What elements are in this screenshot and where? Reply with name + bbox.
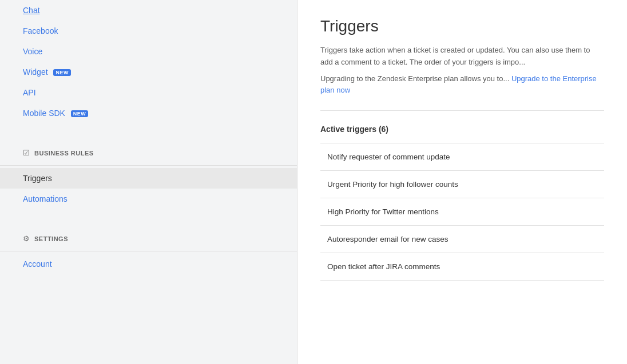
sidebar-item-voice[interactable]: Voice <box>0 41 297 62</box>
sidebar-item-automations[interactable]: Automations <box>0 189 297 209</box>
business-rules-icon: ☑ <box>23 149 30 157</box>
trigger-item[interactable]: High Priority for Twitter mentions <box>320 198 604 226</box>
sidebar-item-facebook[interactable]: Facebook <box>0 21 297 41</box>
settings-section: ⚙ SETTINGS <box>0 223 297 249</box>
trigger-item[interactable]: Notify requester of comment update <box>320 143 604 171</box>
settings-divider <box>0 251 297 251</box>
sidebar-item-chat[interactable]: Chat <box>0 0 297 21</box>
sidebar-item-api[interactable]: API <box>0 82 297 103</box>
description-text-2: Upgrading to the Zendesk Enterprise plan… <box>320 73 604 97</box>
section-divider <box>320 110 604 111</box>
new-badge-mobile-sdk: NEW <box>71 110 89 117</box>
trigger-item[interactable]: Autoresponder email for new cases <box>320 226 604 253</box>
settings-icon: ⚙ <box>23 234 30 243</box>
trigger-item[interactable]: Open ticket after JIRA comments <box>320 253 604 281</box>
sidebar: Chat Facebook Voice Widget NEW API Mobil… <box>0 0 297 364</box>
main-content: Triggers Triggers take action when a tic… <box>297 0 627 364</box>
sidebar-item-triggers[interactable]: Triggers <box>0 168 297 189</box>
new-badge-widget: NEW <box>53 69 71 76</box>
trigger-item[interactable]: Urgent Priority for high follower counts <box>320 171 604 198</box>
business-rules-divider <box>0 165 297 166</box>
sidebar-item-mobile-sdk[interactable]: Mobile SDK NEW <box>0 103 297 123</box>
business-rules-section: ☑ BUSINESS RULES <box>0 137 297 163</box>
sidebar-item-widget[interactable]: Widget NEW <box>0 62 297 82</box>
active-triggers-header: Active triggers (6) <box>320 125 604 134</box>
business-rules-label: BUSINESS RULES <box>34 150 94 157</box>
triggers-list: Notify requester of comment update Urgen… <box>320 143 604 281</box>
sidebar-top-links: Chat Facebook Voice Widget NEW API Mobil… <box>0 0 297 123</box>
description-text-1: Triggers take action when a ticket is cr… <box>320 45 604 69</box>
settings-label: SETTINGS <box>34 235 68 242</box>
sidebar-item-account[interactable]: Account <box>0 254 297 274</box>
page-title: Triggers <box>320 17 604 35</box>
